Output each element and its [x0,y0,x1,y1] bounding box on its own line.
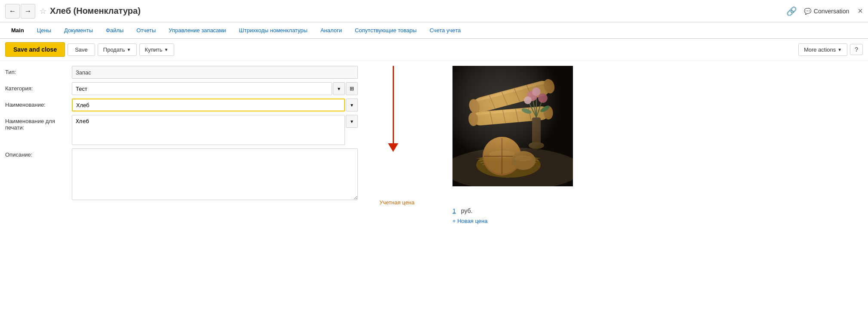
name-input[interactable] [72,99,345,111]
forward-button[interactable]: → [21,4,35,19]
arrow-container [388,66,398,152]
description-label: Описание: [5,148,72,161]
chat-icon: 💬 [804,8,811,15]
tab-accounts[interactable]: Счета учета [424,25,467,36]
description-control [72,148,358,201]
category-link-btn[interactable]: ⊞ [346,82,358,95]
nav-buttons: ← → [5,4,35,19]
tab-reports[interactable]: Отчеты [130,25,162,36]
tab-analogs[interactable]: Аналоги [314,25,348,36]
new-price-button[interactable]: + Новая цена [452,218,863,224]
toolbar: Save and close Save Продать ▼ Купить ▼ M… [0,39,868,61]
header-right: 🔗 💬 Conversation × [786,6,863,16]
form-row-type: Тип: Запас [5,66,358,79]
category-label: Категория: [5,82,72,95]
type-control: Запас [72,66,358,79]
tab-related[interactable]: Сопутствующие товары [349,25,423,36]
page-title: Хлеб (Номенклатура) [50,6,786,16]
tab-inventory[interactable]: Управление запасами [163,25,232,36]
print-name-input-group: ▼ [72,115,358,145]
tab-files[interactable]: Файлы [100,25,129,36]
tab-documents[interactable]: Документы [58,25,99,36]
price-value[interactable]: 1 [452,207,456,214]
favorite-button[interactable]: ☆ [40,6,46,16]
name-label: Наименование: [5,99,72,111]
header-bar: ← → ☆ Хлеб (Номенклатура) 🔗 💬 Conversati… [0,0,868,22]
close-button[interactable]: × [858,6,863,16]
form-row-print-name: Наименование для печати: ▼ [5,115,358,145]
tab-bar: Main Цены Документы Файлы Отчеты Управле… [0,22,868,39]
category-input-group: ▼ ⊞ [72,82,358,95]
sell-dropdown-icon: ▼ [127,47,131,52]
price-row: 1 руб. [452,207,863,214]
category-dropdown-btn[interactable]: ▼ [333,82,345,95]
category-input[interactable] [72,82,332,95]
product-image [452,66,573,186]
tab-prices[interactable]: Цены [31,25,57,36]
name-input-group: ▼ [72,99,358,111]
bread-image-svg [452,66,573,186]
name-dropdown-btn[interactable]: ▼ [346,99,358,111]
help-button[interactable]: ? [850,44,863,55]
form-row-description: Описание: [5,148,358,201]
more-actions-button[interactable]: More actions ▼ [798,43,847,56]
form-area: Тип: Запас Категория: ▼ ⊞ Наименование: [5,66,358,205]
print-name-input[interactable] [72,115,345,145]
save-button[interactable]: Save [68,43,95,56]
category-control: ▼ ⊞ [72,82,358,95]
sell-button[interactable]: Продать ▼ [98,43,137,56]
pricing-area: Учетная цена 1 руб. + Новая цена [366,199,863,224]
arrow-head [388,143,398,152]
star-icon: ☆ [40,7,46,15]
svg-rect-39 [452,66,573,186]
conversation-label: Conversation [814,8,850,15]
form-row-category: Категория: ▼ ⊞ [5,82,358,95]
name-control: ▼ [72,99,358,111]
back-button[interactable]: ← [5,4,20,19]
sell-label: Продать [103,46,125,53]
description-input[interactable] [72,148,358,200]
link-button[interactable]: 🔗 [786,6,797,16]
print-name-dropdown-btn[interactable]: ▼ [346,115,358,128]
print-name-control: ▼ [72,115,358,145]
save-close-button[interactable]: Save and close [5,42,65,57]
tab-main[interactable]: Main [5,25,30,37]
price-currency: руб. [461,207,473,214]
more-actions-label: More actions [804,46,836,53]
buy-button[interactable]: Купить ▼ [139,43,174,56]
type-value: Запас [72,66,358,79]
arrow-line [393,66,394,143]
more-actions-dropdown-icon: ▼ [837,47,842,52]
tab-barcodes[interactable]: Штрихкоды номенклатуры [233,25,314,36]
form-row-name: Наименование: ▼ [5,99,358,111]
buy-dropdown-icon: ▼ [164,47,169,52]
conversation-button[interactable]: 💬 Conversation [804,8,850,15]
print-name-label: Наименование для печати: [5,115,72,134]
buy-label: Купить [145,46,163,53]
link-icon: 🔗 [786,6,797,16]
учетная-цена-label: Учетная цена [379,199,863,206]
main-content: Тип: Запас Категория: ▼ ⊞ Наименование: [0,61,868,210]
type-label: Тип: [5,66,72,78]
right-panel: Учетная цена 1 руб. + Новая цена [366,66,863,205]
